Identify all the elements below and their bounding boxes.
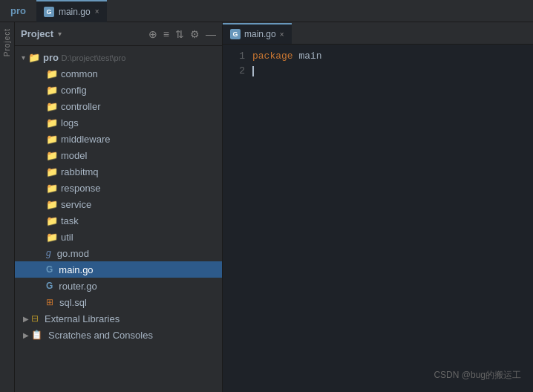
- topbar-logo: pro: [6, 4, 30, 18]
- tree-file-sql-sql[interactable]: ⊞ sql.sql: [15, 294, 222, 310]
- section-arrow-icon: ▶: [21, 315, 31, 323]
- project-chevron-icon[interactable]: ▾: [58, 30, 62, 38]
- external-lib-icon: ⊟: [31, 313, 39, 324]
- project-panel: Project ▾ ⊕ ≡ ⇅ ⚙ — ▾ 📁 pro D:\project\t…: [15, 22, 223, 392]
- folder-label: util: [61, 232, 73, 243]
- code-line-2: [252, 64, 533, 79]
- folder-label: logs: [61, 117, 79, 128]
- tree-folder-common[interactable]: 📁 common: [15, 65, 222, 82]
- folder-icon: 📁: [46, 101, 58, 112]
- tree-folder-response[interactable]: 📁 response: [15, 180, 222, 196]
- tree-file-main-go[interactable]: G main.go: [15, 261, 222, 278]
- editor-tab-main-go[interactable]: G main.go ×: [223, 23, 292, 44]
- minimize-icon[interactable]: —: [206, 28, 216, 40]
- section-label: External Libraries: [45, 313, 120, 324]
- tree-section-external-libraries[interactable]: ▶ ⊟ External Libraries: [15, 310, 222, 327]
- root-folder-icon: 📁: [28, 52, 40, 63]
- add-icon[interactable]: ⊕: [148, 28, 157, 40]
- tree-folder-controller[interactable]: 📁 controller: [15, 98, 222, 114]
- folder-label: task: [61, 215, 79, 226]
- keyword-main: main: [298, 50, 321, 62]
- root-arrow-icon: ▾: [18, 53, 28, 62]
- rail-label: Project: [3, 28, 11, 56]
- editor-tab-go-icon: G: [230, 29, 241, 39]
- tree-folder-config[interactable]: 📁 config: [15, 82, 222, 98]
- folder-icon: 📁: [46, 150, 58, 161]
- side-rail: Project: [0, 22, 15, 392]
- file-label: main.go: [59, 264, 93, 275]
- tree-folder-logs[interactable]: 📁 logs: [15, 114, 222, 131]
- file-mod-icon: g: [46, 248, 51, 258]
- code-editor[interactable]: package main: [252, 49, 533, 388]
- editor-cursor: [252, 66, 254, 76]
- tree-folder-util[interactable]: 📁 util: [15, 229, 222, 245]
- folder-icon: 📁: [46, 232, 58, 243]
- folder-icon: 📁: [46, 215, 58, 226]
- folder-icon: 📁: [46, 85, 58, 96]
- file-tree: ▾ 📁 pro D:\project\test\pro 📁 common 📁 c…: [15, 46, 222, 392]
- tree-folder-rabbitmq[interactable]: 📁 rabbitmq: [15, 163, 222, 180]
- folder-label: response: [61, 183, 100, 194]
- tree-file-router-go[interactable]: G router.go: [15, 278, 222, 294]
- file-go-icon: G: [46, 281, 53, 291]
- tree-root[interactable]: ▾ 📁 pro D:\project\test\pro: [15, 49, 222, 65]
- section-arrow-icon: ▶: [21, 331, 31, 339]
- tree-file-go-mod[interactable]: g go.mod: [15, 245, 222, 261]
- tree-section-scratches[interactable]: ▶ 📋 Scratches and Consoles: [15, 327, 222, 343]
- line-numbers: 1 2: [223, 49, 252, 388]
- tree-folder-task[interactable]: 📁 task: [15, 212, 222, 229]
- folder-label: middleware: [61, 134, 110, 145]
- keyword-package: package: [252, 50, 293, 62]
- settings-icon[interactable]: ⚙: [190, 28, 200, 40]
- project-header-icons: ⊕ ≡ ⇅ ⚙ —: [148, 28, 216, 40]
- line-number-2: 2: [223, 64, 245, 79]
- folder-label: rabbitmq: [61, 166, 99, 177]
- topbar-tab-label: main.go: [59, 7, 91, 17]
- folder-icon: 📁: [46, 199, 58, 210]
- editor-area: G main.go × 1 2 package main: [223, 22, 533, 392]
- tab-go-icon: G: [44, 7, 54, 17]
- section-label: Scratches and Consoles: [48, 330, 153, 341]
- folder-label: common: [61, 68, 98, 79]
- folder-label: service: [61, 199, 91, 210]
- file-sql-icon: ⊞: [46, 297, 53, 307]
- topbar-tab[interactable]: G main.go ×: [36, 0, 107, 22]
- editor-tabs: G main.go ×: [223, 22, 533, 45]
- folder-icon: 📁: [46, 183, 58, 194]
- folder-icon: 📁: [46, 166, 58, 177]
- project-panel-title: Project: [21, 28, 53, 39]
- folder-label: model: [61, 150, 87, 161]
- sort-icon[interactable]: ⇅: [175, 28, 184, 40]
- scratches-icon: 📋: [31, 330, 42, 340]
- list-icon[interactable]: ≡: [163, 28, 169, 40]
- folder-icon: 📁: [46, 117, 58, 128]
- file-label: sql.sql: [59, 297, 87, 308]
- editor-content[interactable]: 1 2 package main: [223, 45, 533, 392]
- tree-folder-service[interactable]: 📁 service: [15, 196, 222, 212]
- line-number-1: 1: [223, 49, 245, 64]
- folder-icon: 📁: [46, 134, 58, 145]
- file-label: go.mod: [57, 248, 89, 259]
- topbar: pro G main.go ×: [0, 0, 533, 22]
- tree-folder-middleware[interactable]: 📁 middleware: [15, 131, 222, 147]
- editor-tab-label: main.go: [244, 29, 276, 39]
- file-label: router.go: [59, 281, 97, 292]
- root-label: pro D:\project\test\pro: [43, 52, 125, 63]
- folder-label: controller: [61, 101, 100, 112]
- topbar-tab-close[interactable]: ×: [95, 7, 99, 16]
- file-go-icon: G: [46, 264, 53, 275]
- tree-folder-model[interactable]: 📁 model: [15, 147, 222, 163]
- project-header: Project ▾ ⊕ ≡ ⇅ ⚙ —: [15, 22, 222, 46]
- code-line-1: package main: [252, 49, 533, 64]
- main-layout: Project Project ▾ ⊕ ≡ ⇅ ⚙ — ▾ 📁 pro D:\p…: [0, 22, 533, 392]
- folder-icon: 📁: [46, 68, 58, 79]
- folder-label: config: [61, 85, 87, 96]
- editor-tab-close[interactable]: ×: [280, 30, 284, 39]
